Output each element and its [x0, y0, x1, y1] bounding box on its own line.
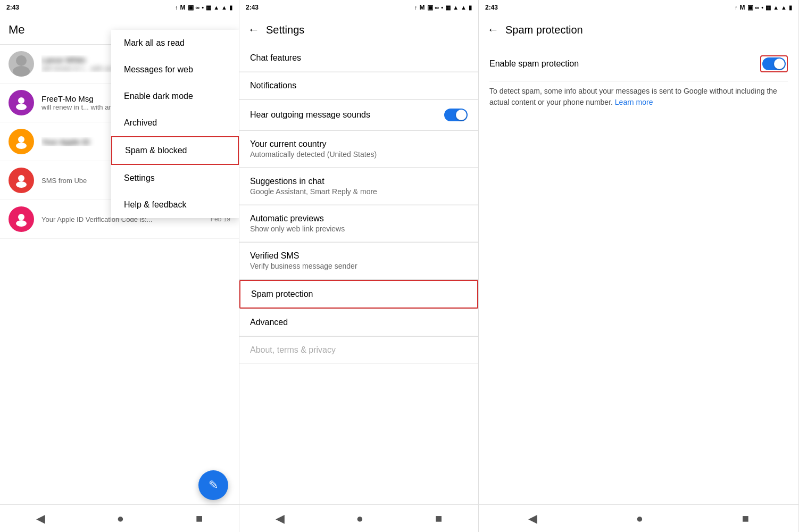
dot-icon-2: • — [441, 4, 443, 11]
spam-protection-toggle[interactable] — [762, 57, 786, 70]
upload-icon: ↑ — [175, 4, 178, 11]
setting-title: Your current country — [250, 139, 468, 149]
menu-item-spam-blocked[interactable]: Spam & blocked — [111, 136, 239, 165]
menu-item-help[interactable]: Help & feedback — [111, 192, 239, 218]
compose-fab[interactable]: ✎ — [198, 470, 228, 500]
svg-point-1 — [13, 66, 30, 77]
setting-title: Automatic previews — [250, 214, 468, 223]
instagram-icon-3: ▣ — [747, 4, 753, 11]
battery-icon-2: ▮ — [469, 4, 472, 11]
menu-item-mark-all[interactable]: Mark all as read — [111, 30, 239, 56]
sounds-toggle[interactable] — [444, 109, 468, 121]
back-button-settings[interactable]: ← — [248, 23, 260, 37]
upload-icon-2: ↑ — [414, 4, 418, 11]
setting-subtitle: Show only web link previews — [250, 225, 468, 233]
setting-title: Hear outgoing message sounds — [250, 110, 370, 120]
status-time-2: 2:43 — [246, 4, 259, 11]
battery-icon-3: ▮ — [789, 4, 792, 11]
setting-previews[interactable]: Automatic previews Show only web link pr… — [239, 205, 478, 242]
setting-about[interactable]: About, terms & privacy — [239, 337, 478, 364]
avatar — [9, 168, 34, 193]
setting-title: Advanced — [250, 318, 468, 327]
svg-point-7 — [16, 181, 27, 188]
battery-icon: ▮ — [229, 4, 232, 11]
spam-protection-panel: 2:43 ↑ M ▣ ∞ • ▦ ▲ ▲ ▮ ← Spam protection… — [479, 0, 799, 532]
setting-title: Notifications — [250, 81, 468, 90]
svg-point-8 — [18, 214, 24, 220]
messages-panel: 2:43 ↑ M ▣ ∞ • ▦ ▲ ▲ ▮ Me Mark all as re… — [0, 0, 239, 532]
status-icons-1: ↑ M ▣ ∞ • ▦ ▲ ▲ ▮ — [175, 4, 232, 11]
wifi-icon-2: ▲ — [453, 4, 459, 11]
voicemail-icon-3: ∞ — [755, 4, 760, 11]
context-menu: Mark all as read Messages for web Enable… — [111, 30, 239, 218]
avatar — [9, 206, 34, 232]
svg-point-9 — [16, 220, 27, 227]
setting-verified-sms[interactable]: Verified SMS Verify business message sen… — [239, 243, 478, 279]
home-nav-btn-2[interactable]: ● — [346, 508, 374, 530]
recents-nav-btn-2[interactable]: ■ — [425, 508, 453, 530]
setting-advanced[interactable]: Advanced — [239, 309, 478, 336]
setting-title: Spam protection — [251, 289, 467, 299]
instagram-icon-2: ▣ — [427, 4, 433, 11]
voicemail-icon: ∞ — [196, 4, 200, 11]
wifi-icon: ▲ — [213, 4, 219, 11]
back-nav-btn-2[interactable]: ◀ — [265, 508, 295, 530]
wifi-icon-3: ▲ — [773, 4, 779, 11]
home-nav-btn[interactable]: ● — [106, 508, 135, 530]
status-time-3: 2:43 — [485, 4, 498, 11]
menu-item-dark-mode[interactable]: Enable dark mode — [111, 83, 239, 110]
setting-title: Verified SMS — [250, 251, 468, 261]
status-bar-1: 2:43 ↑ M ▣ ∞ • ▦ ▲ ▲ ▮ — [0, 0, 239, 15]
setting-subtitle: Google Assistant, Smart Reply & more — [250, 187, 468, 196]
spam-content: Enable spam protection To detect spam, s… — [479, 45, 798, 119]
setting-subtitle: Verify business message sender — [250, 262, 468, 270]
signal-icon: ▲ — [221, 4, 227, 11]
recents-nav-btn-3[interactable]: ■ — [731, 508, 760, 530]
dot-icon-3: • — [761, 4, 763, 11]
setting-sounds[interactable]: Hear outgoing message sounds — [239, 100, 478, 130]
home-nav-btn-3[interactable]: ● — [626, 508, 654, 530]
menu-item-messages-web[interactable]: Messages for web — [111, 56, 239, 83]
setting-sounds-content: Hear outgoing message sounds — [250, 110, 370, 120]
signal-icon-3: ▲ — [781, 4, 787, 11]
vibrate-icon-3: ▦ — [765, 4, 771, 11]
back-nav-btn-3[interactable]: ◀ — [518, 508, 548, 530]
settings-list: Chat features Notifications Hear outgoin… — [239, 45, 478, 504]
back-nav-btn[interactable]: ◀ — [26, 508, 56, 530]
compose-icon: ✎ — [209, 478, 218, 492]
status-icons-2: ↑ M ▣ ∞ • ▦ ▲ ▲ ▮ — [414, 4, 472, 11]
svg-point-3 — [16, 104, 27, 110]
status-bar-2: 2:43 ↑ M ▣ ∞ • ▦ ▲ ▲ ▮ — [239, 0, 478, 15]
setting-notifications[interactable]: Notifications — [239, 72, 478, 99]
back-button-spam[interactable]: ← — [487, 23, 499, 37]
enable-spam-row: Enable spam protection — [489, 55, 788, 81]
menu-item-settings[interactable]: Settings — [111, 165, 239, 192]
menu-item-archived[interactable]: Archived — [111, 110, 239, 136]
settings-header: ← Settings — [239, 15, 478, 45]
status-icons-3: ↑ M ▣ ∞ • ▦ ▲ ▲ ▮ — [735, 4, 792, 11]
svg-point-0 — [16, 55, 27, 66]
gmail-icon-3: M — [740, 4, 745, 11]
spam-header: ← Spam protection — [479, 15, 798, 45]
avatar — [9, 129, 34, 154]
instagram-icon: ▣ — [188, 4, 194, 11]
setting-spam-protection[interactable]: Spam protection — [239, 280, 478, 309]
spam-title: Spam protection — [505, 24, 583, 36]
nav-bar-3: ◀ ● ■ — [479, 504, 798, 532]
svg-point-6 — [18, 175, 24, 181]
setting-suggestions[interactable]: Suggestions in chat Google Assistant, Sm… — [239, 168, 478, 205]
status-bar-3: 2:43 ↑ M ▣ ∞ • ▦ ▲ ▲ ▮ — [479, 0, 798, 15]
setting-title: Chat features — [250, 53, 468, 63]
setting-country[interactable]: Your current country Automatically detec… — [239, 131, 478, 168]
svg-point-5 — [16, 143, 27, 149]
setting-chat-features[interactable]: Chat features — [239, 45, 478, 72]
upload-icon-3: ↑ — [735, 4, 738, 11]
setting-title: Suggestions in chat — [250, 177, 468, 186]
settings-title: Settings — [266, 24, 304, 36]
svg-point-2 — [18, 97, 24, 104]
learn-more-link[interactable]: Learn more — [615, 98, 653, 106]
status-time-1: 2:43 — [6, 4, 19, 11]
recents-nav-btn[interactable]: ■ — [185, 508, 213, 530]
enable-spam-label: Enable spam protection — [489, 59, 579, 69]
vibrate-icon-2: ▦ — [445, 4, 451, 11]
